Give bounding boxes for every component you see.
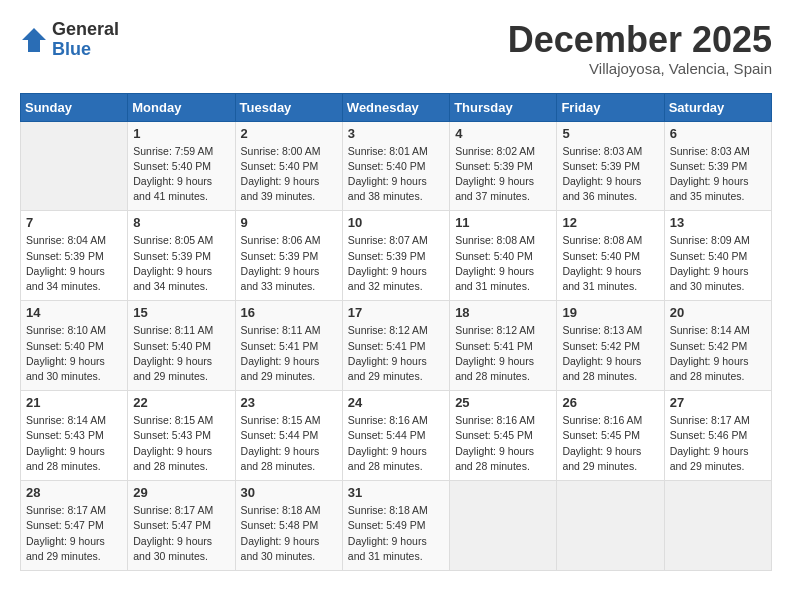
day-info: Sunrise: 8:05 AM Sunset: 5:39 PM Dayligh… xyxy=(133,233,229,294)
day-number: 26 xyxy=(562,395,658,410)
day-info: Sunrise: 7:59 AM Sunset: 5:40 PM Dayligh… xyxy=(133,144,229,205)
day-number: 27 xyxy=(670,395,766,410)
day-info: Sunrise: 8:12 AM Sunset: 5:41 PM Dayligh… xyxy=(455,323,551,384)
calendar-cell: 17Sunrise: 8:12 AM Sunset: 5:41 PM Dayli… xyxy=(342,301,449,391)
day-info: Sunrise: 8:18 AM Sunset: 5:48 PM Dayligh… xyxy=(241,503,337,564)
calendar-cell: 24Sunrise: 8:16 AM Sunset: 5:44 PM Dayli… xyxy=(342,391,449,481)
day-number: 18 xyxy=(455,305,551,320)
day-number: 24 xyxy=(348,395,444,410)
calendar-cell: 6Sunrise: 8:03 AM Sunset: 5:39 PM Daylig… xyxy=(664,121,771,211)
day-info: Sunrise: 8:15 AM Sunset: 5:43 PM Dayligh… xyxy=(133,413,229,474)
day-info: Sunrise: 8:00 AM Sunset: 5:40 PM Dayligh… xyxy=(241,144,337,205)
calendar-header-row: SundayMondayTuesdayWednesdayThursdayFrid… xyxy=(21,93,772,121)
logo-general: General xyxy=(52,20,119,40)
calendar-cell xyxy=(557,481,664,571)
day-header-monday: Monday xyxy=(128,93,235,121)
calendar-cell: 28Sunrise: 8:17 AM Sunset: 5:47 PM Dayli… xyxy=(21,481,128,571)
calendar-cell: 22Sunrise: 8:15 AM Sunset: 5:43 PM Dayli… xyxy=(128,391,235,481)
day-info: Sunrise: 8:15 AM Sunset: 5:44 PM Dayligh… xyxy=(241,413,337,474)
day-info: Sunrise: 8:17 AM Sunset: 5:47 PM Dayligh… xyxy=(133,503,229,564)
day-number: 1 xyxy=(133,126,229,141)
day-number: 19 xyxy=(562,305,658,320)
day-number: 17 xyxy=(348,305,444,320)
day-number: 2 xyxy=(241,126,337,141)
day-number: 6 xyxy=(670,126,766,141)
day-number: 29 xyxy=(133,485,229,500)
day-info: Sunrise: 8:03 AM Sunset: 5:39 PM Dayligh… xyxy=(562,144,658,205)
day-header-wednesday: Wednesday xyxy=(342,93,449,121)
calendar-cell xyxy=(664,481,771,571)
day-number: 10 xyxy=(348,215,444,230)
day-info: Sunrise: 8:14 AM Sunset: 5:42 PM Dayligh… xyxy=(670,323,766,384)
calendar-cell: 26Sunrise: 8:16 AM Sunset: 5:45 PM Dayli… xyxy=(557,391,664,481)
calendar-cell: 5Sunrise: 8:03 AM Sunset: 5:39 PM Daylig… xyxy=(557,121,664,211)
calendar-cell: 29Sunrise: 8:17 AM Sunset: 5:47 PM Dayli… xyxy=(128,481,235,571)
calendar-cell: 16Sunrise: 8:11 AM Sunset: 5:41 PM Dayli… xyxy=(235,301,342,391)
logo-icon xyxy=(20,26,48,54)
day-info: Sunrise: 8:09 AM Sunset: 5:40 PM Dayligh… xyxy=(670,233,766,294)
calendar-cell: 12Sunrise: 8:08 AM Sunset: 5:40 PM Dayli… xyxy=(557,211,664,301)
day-info: Sunrise: 8:02 AM Sunset: 5:39 PM Dayligh… xyxy=(455,144,551,205)
day-header-thursday: Thursday xyxy=(450,93,557,121)
day-info: Sunrise: 8:04 AM Sunset: 5:39 PM Dayligh… xyxy=(26,233,122,294)
day-number: 7 xyxy=(26,215,122,230)
calendar-cell xyxy=(21,121,128,211)
calendar-cell: 7Sunrise: 8:04 AM Sunset: 5:39 PM Daylig… xyxy=(21,211,128,301)
day-number: 16 xyxy=(241,305,337,320)
day-header-saturday: Saturday xyxy=(664,93,771,121)
day-info: Sunrise: 8:01 AM Sunset: 5:40 PM Dayligh… xyxy=(348,144,444,205)
day-info: Sunrise: 8:06 AM Sunset: 5:39 PM Dayligh… xyxy=(241,233,337,294)
calendar-week-2: 14Sunrise: 8:10 AM Sunset: 5:40 PM Dayli… xyxy=(21,301,772,391)
calendar-body: 1Sunrise: 7:59 AM Sunset: 5:40 PM Daylig… xyxy=(21,121,772,570)
calendar-cell: 23Sunrise: 8:15 AM Sunset: 5:44 PM Dayli… xyxy=(235,391,342,481)
day-number: 5 xyxy=(562,126,658,141)
day-number: 8 xyxy=(133,215,229,230)
day-number: 13 xyxy=(670,215,766,230)
day-info: Sunrise: 8:17 AM Sunset: 5:46 PM Dayligh… xyxy=(670,413,766,474)
calendar-cell: 11Sunrise: 8:08 AM Sunset: 5:40 PM Dayli… xyxy=(450,211,557,301)
day-info: Sunrise: 8:18 AM Sunset: 5:49 PM Dayligh… xyxy=(348,503,444,564)
day-info: Sunrise: 8:13 AM Sunset: 5:42 PM Dayligh… xyxy=(562,323,658,384)
day-number: 12 xyxy=(562,215,658,230)
day-header-friday: Friday xyxy=(557,93,664,121)
calendar-week-4: 28Sunrise: 8:17 AM Sunset: 5:47 PM Dayli… xyxy=(21,481,772,571)
calendar-week-1: 7Sunrise: 8:04 AM Sunset: 5:39 PM Daylig… xyxy=(21,211,772,301)
day-number: 4 xyxy=(455,126,551,141)
day-header-sunday: Sunday xyxy=(21,93,128,121)
page-header: General Blue December 2025 Villajoyosa, … xyxy=(20,20,772,77)
day-number: 11 xyxy=(455,215,551,230)
day-info: Sunrise: 8:10 AM Sunset: 5:40 PM Dayligh… xyxy=(26,323,122,384)
logo-text: General Blue xyxy=(52,20,119,60)
calendar-cell: 25Sunrise: 8:16 AM Sunset: 5:45 PM Dayli… xyxy=(450,391,557,481)
day-info: Sunrise: 8:12 AM Sunset: 5:41 PM Dayligh… xyxy=(348,323,444,384)
location-subtitle: Villajoyosa, Valencia, Spain xyxy=(508,60,772,77)
calendar-cell: 2Sunrise: 8:00 AM Sunset: 5:40 PM Daylig… xyxy=(235,121,342,211)
day-number: 20 xyxy=(670,305,766,320)
calendar-cell: 3Sunrise: 8:01 AM Sunset: 5:40 PM Daylig… xyxy=(342,121,449,211)
calendar-cell: 15Sunrise: 8:11 AM Sunset: 5:40 PM Dayli… xyxy=(128,301,235,391)
day-info: Sunrise: 8:07 AM Sunset: 5:39 PM Dayligh… xyxy=(348,233,444,294)
day-info: Sunrise: 8:11 AM Sunset: 5:41 PM Dayligh… xyxy=(241,323,337,384)
svg-marker-0 xyxy=(22,28,46,52)
calendar-cell: 10Sunrise: 8:07 AM Sunset: 5:39 PM Dayli… xyxy=(342,211,449,301)
day-number: 25 xyxy=(455,395,551,410)
month-title: December 2025 xyxy=(508,20,772,60)
calendar-cell: 30Sunrise: 8:18 AM Sunset: 5:48 PM Dayli… xyxy=(235,481,342,571)
calendar-cell: 19Sunrise: 8:13 AM Sunset: 5:42 PM Dayli… xyxy=(557,301,664,391)
calendar-cell: 20Sunrise: 8:14 AM Sunset: 5:42 PM Dayli… xyxy=(664,301,771,391)
calendar-cell: 13Sunrise: 8:09 AM Sunset: 5:40 PM Dayli… xyxy=(664,211,771,301)
day-number: 9 xyxy=(241,215,337,230)
calendar-cell: 27Sunrise: 8:17 AM Sunset: 5:46 PM Dayli… xyxy=(664,391,771,481)
calendar-cell: 8Sunrise: 8:05 AM Sunset: 5:39 PM Daylig… xyxy=(128,211,235,301)
day-number: 15 xyxy=(133,305,229,320)
day-number: 22 xyxy=(133,395,229,410)
day-header-tuesday: Tuesday xyxy=(235,93,342,121)
day-number: 21 xyxy=(26,395,122,410)
day-number: 30 xyxy=(241,485,337,500)
calendar-cell: 31Sunrise: 8:18 AM Sunset: 5:49 PM Dayli… xyxy=(342,481,449,571)
title-block: December 2025 Villajoyosa, Valencia, Spa… xyxy=(508,20,772,77)
calendar-table: SundayMondayTuesdayWednesdayThursdayFrid… xyxy=(20,93,772,571)
calendar-cell: 9Sunrise: 8:06 AM Sunset: 5:39 PM Daylig… xyxy=(235,211,342,301)
day-info: Sunrise: 8:11 AM Sunset: 5:40 PM Dayligh… xyxy=(133,323,229,384)
day-info: Sunrise: 8:08 AM Sunset: 5:40 PM Dayligh… xyxy=(562,233,658,294)
